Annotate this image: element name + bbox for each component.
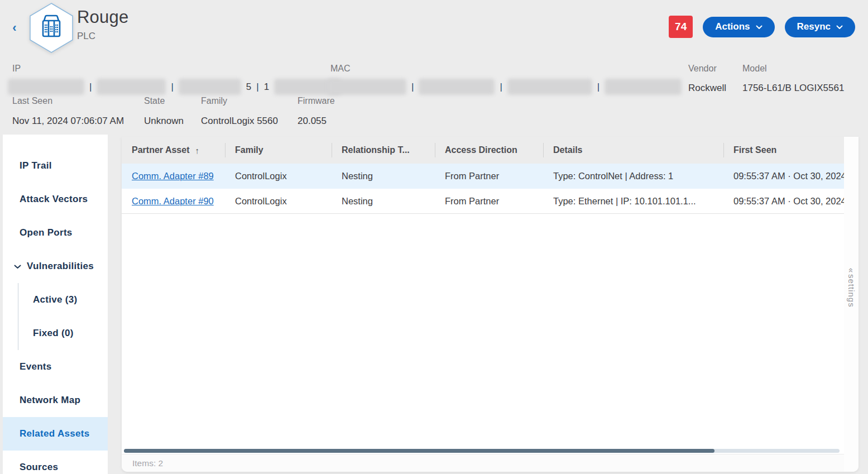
cell-relationship-type: Nesting <box>332 196 435 207</box>
pipe-separator: | <box>597 82 600 93</box>
firmware-label: Firmware <box>298 96 335 106</box>
sort-ascending-icon: ↑ <box>195 146 199 155</box>
column-header-access-direction[interactable]: Access Direction <box>435 137 543 164</box>
redacted-ip-1 <box>8 79 84 95</box>
pipe-separator: | <box>411 82 414 93</box>
column-header-first-seen[interactable]: First Seen <box>723 137 844 164</box>
settings-panel-toggle[interactable]: «settings <box>844 137 859 472</box>
sidebar-item-vulnerabilities[interactable]: Vulnerabilities <box>3 250 108 283</box>
column-label: Partner Asset <box>132 145 189 155</box>
cell-first-seen: 09:55:37 AM · Oct 30, 2024 <box>723 171 844 181</box>
asset-type-hexagon-icon <box>28 2 75 54</box>
sidebar-item-events[interactable]: Events <box>3 350 108 384</box>
resync-button[interactable]: Resync <box>785 17 855 37</box>
cell-details: Type: Ethernet | IP: 10.101.101.1... <box>543 196 723 207</box>
horizontal-scrollbar[interactable] <box>124 449 840 453</box>
sidebar-item-related-assets[interactable]: Related Assets <box>3 417 108 451</box>
cell-access-direction: From Partner <box>435 171 543 181</box>
redacted-mac-3 <box>507 79 592 95</box>
items-count-bar: Items: 2 <box>122 454 844 472</box>
state-label: State <box>144 96 165 106</box>
column-header-relationship-type[interactable]: Relationship T... <box>332 137 435 164</box>
chevron-down-icon <box>756 21 763 32</box>
vendor-value: Rockwell <box>688 83 726 94</box>
sidebar-nav: IP Trail Attack Vectors Open Ports Vulne… <box>3 135 108 474</box>
chevron-down-icon <box>836 21 843 32</box>
sidebar-item-network-map[interactable]: Network Map <box>3 384 108 417</box>
mac-label: MAC <box>330 64 351 74</box>
ip-label: IP <box>12 64 21 74</box>
table-row[interactable]: Comm. Adapter #90 ControlLogix Nesting F… <box>122 189 844 214</box>
model-label: Model <box>742 64 767 74</box>
sidebar-item-fixed-vulnerabilities[interactable]: Fixed (0) <box>18 317 108 350</box>
asset-type-label: PLC <box>77 31 128 42</box>
asset-detail-page: ‹ <box>0 0 868 474</box>
column-header-family[interactable]: Family <box>225 137 332 164</box>
partner-asset-link[interactable]: Comm. Adapter #89 <box>132 171 214 181</box>
redacted-mac-4 <box>605 79 682 95</box>
vulnerabilities-subgroup: Active (3) Fixed (0) <box>18 283 108 350</box>
chevron-down-icon <box>14 261 21 272</box>
vendor-label: Vendor <box>688 64 717 74</box>
table-header: Partner Asset ↑ Family Relationship T...… <box>122 137 844 164</box>
redacted-mac-1 <box>328 79 406 95</box>
settings-label: settings <box>847 274 856 308</box>
sidebar-item-open-ports[interactable]: Open Ports <box>3 216 108 250</box>
redacted-ip-2 <box>97 79 166 95</box>
page-title: Rouge <box>77 7 128 27</box>
ip-fragment: 1 <box>264 82 269 93</box>
partner-asset-link[interactable]: Comm. Adapter #90 <box>132 196 214 206</box>
items-count: Items: 2 <box>132 458 163 468</box>
state-value: Unknown <box>144 116 184 127</box>
pipe-separator: | <box>256 82 258 93</box>
sidebar-item-active-vulnerabilities[interactable]: Active (3) <box>18 283 108 317</box>
collapse-chevron-icon: « <box>847 268 856 273</box>
back-button[interactable]: ‹ <box>8 20 21 36</box>
actions-button-label: Actions <box>715 21 750 32</box>
pipe-separator: | <box>89 82 92 93</box>
table-row[interactable]: Comm. Adapter #89 ControlLogix Nesting F… <box>122 164 844 189</box>
related-assets-table: Partner Asset ↑ Family Relationship T...… <box>122 137 844 472</box>
table-empty-space <box>122 214 844 449</box>
cell-relationship-type: Nesting <box>332 171 435 181</box>
risk-score-badge: 74 <box>669 16 693 38</box>
column-header-details[interactable]: Details <box>543 137 723 164</box>
scrollbar-thumb[interactable] <box>124 449 714 453</box>
ip-fragment: 5 <box>246 82 251 93</box>
model-value: 1756-L61/B LOGIX5561 <box>742 83 844 94</box>
column-header-partner-asset[interactable]: Partner Asset ↑ <box>122 137 225 164</box>
asset-header: ‹ <box>0 0 868 134</box>
cell-access-direction: From Partner <box>435 196 543 207</box>
actions-button[interactable]: Actions <box>703 17 774 37</box>
redacted-mac-2 <box>419 79 495 95</box>
mac-values-redacted: | | | <box>328 78 682 96</box>
sidebar-item-attack-vectors[interactable]: Attack Vectors <box>3 183 108 216</box>
redacted-ip-3 <box>179 79 241 95</box>
firmware-value: 20.055 <box>298 116 327 127</box>
sidebar-item-ip-trail[interactable]: IP Trail <box>3 149 108 183</box>
header-actions: 74 Actions Resync <box>669 16 855 38</box>
last-seen-value: Nov 11, 2024 07:06:07 AM <box>12 116 124 127</box>
ip-values-redacted: | | 5 | 1 <box>8 78 341 96</box>
pipe-separator: | <box>171 82 173 93</box>
sidebar-item-sources[interactable]: Sources <box>3 451 108 474</box>
sidebar-item-label: Vulnerabilities <box>27 261 94 272</box>
cell-first-seen: 09:55:37 AM · Oct 30, 2024 <box>723 196 844 207</box>
related-assets-panel: Partner Asset ↑ Family Relationship T...… <box>122 137 859 472</box>
family-value: ControlLogix 5560 <box>201 116 278 127</box>
title-block: Rouge PLC <box>77 7 128 42</box>
back-chevron-icon: ‹ <box>12 21 16 35</box>
family-label: Family <box>201 96 227 106</box>
cell-family: ControlLogix <box>225 196 332 207</box>
resync-button-label: Resync <box>797 21 831 32</box>
cell-details: Type: ControlNet | Address: 1 <box>543 171 723 181</box>
last-seen-label: Last Seen <box>12 96 52 106</box>
cell-family: ControlLogix <box>225 171 332 181</box>
pipe-separator: | <box>500 82 502 93</box>
